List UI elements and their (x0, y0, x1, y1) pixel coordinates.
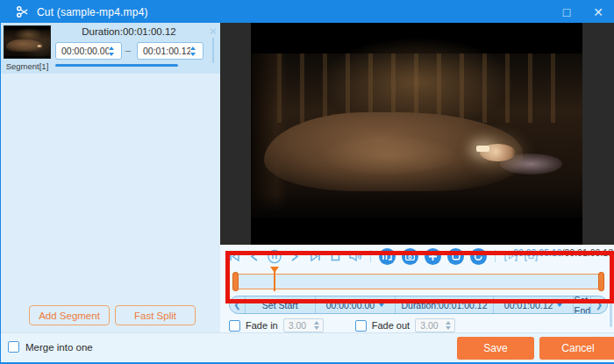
next-segment-arrow[interactable]: ❯ (591, 296, 607, 313)
trim-start-handle[interactable] (232, 272, 239, 291)
playhead-marker[interactable] (269, 267, 280, 293)
add-segment-button[interactable]: Add Segment (29, 305, 110, 325)
pause-icon[interactable] (268, 249, 282, 263)
stop-icon[interactable] (328, 249, 342, 263)
trim-settings-row: ❮ Set Start 00:00:00.00 Duration:00:01:0… (229, 296, 608, 314)
set-end-button[interactable]: Set End (574, 296, 591, 313)
close-button[interactable]: ✕ (587, 3, 610, 22)
merge-into-one-checkbox[interactable] (8, 341, 19, 353)
video-still-image (251, 54, 582, 218)
window-title: Cut (sample-mp4.mp4) (37, 6, 148, 18)
segment-item[interactable]: Segment[1] Duration:00:01:00.12 – (1, 23, 220, 74)
total-time: /00:01:00.13 (562, 247, 613, 258)
timeline[interactable] (232, 270, 604, 293)
volume-icon[interactable] (348, 249, 362, 263)
fast-split-button[interactable]: Fast Split (115, 305, 196, 325)
cancel-button[interactable]: Cancel (539, 337, 614, 360)
video-preview-area (220, 23, 614, 245)
trim-duration-label: Duration:00:01:00.12 (396, 296, 494, 313)
jump-to-start-icon[interactable] (227, 249, 241, 263)
reset-icon[interactable] (470, 248, 487, 265)
prev-segment-arrow[interactable]: ❮ (230, 296, 246, 313)
trim-end-handle[interactable] (598, 272, 604, 291)
trim-end-value[interactable]: 00:01:00.12 (494, 296, 575, 313)
fade-in-label: Fade in (246, 320, 278, 331)
move-segment-down-icon[interactable] (207, 52, 219, 62)
segment-label: Segment[1] (1, 61, 54, 71)
segment-thumbnail[interactable] (4, 25, 51, 59)
next-frame-icon[interactable] (288, 249, 302, 263)
fade-in-spinner[interactable] (312, 321, 321, 330)
segment-progress-bar (55, 64, 178, 67)
title-bar: Cut (sample-mp4.mp4) □ ✕ (1, 1, 614, 23)
segment-duration-label: Duration:00:01:00.12 (55, 26, 203, 37)
crop-icon[interactable] (447, 248, 464, 265)
scissors-icon (15, 5, 29, 19)
set-start-button[interactable]: Set Start (246, 296, 316, 313)
time-display: 00:00:05.16/00:01:00.13 (513, 247, 613, 258)
split-segment-icon[interactable] (379, 248, 396, 265)
cut-dialog-window: Cut (sample-mp4.mp4) □ ✕ Segment[1] Dura… (0, 0, 614, 364)
jump-to-end-icon[interactable] (308, 249, 322, 263)
video-frame (251, 23, 582, 245)
snapshot-icon[interactable] (402, 248, 418, 265)
segment-start-spinner[interactable] (106, 44, 116, 58)
current-time: 00:00:05.16 (513, 247, 561, 258)
segment-end-spinner[interactable] (188, 44, 197, 58)
segment-list-panel: Segment[1] Duration:00:01:00.12 – ✕ Add … (1, 23, 220, 332)
maximize-button[interactable]: □ (555, 3, 578, 22)
merge-into-one-label: Merge into one (25, 342, 93, 353)
previous-frame-icon[interactable] (247, 249, 261, 263)
timeline-track[interactable] (236, 274, 601, 289)
footer-bar: Merge into one Save Cancel (1, 332, 614, 362)
divider (370, 250, 371, 262)
scrollbar[interactable] (610, 264, 612, 327)
divider (495, 250, 496, 262)
playback-controls-section: 00:00:05.16/00:01:00.13 ❮ Set Start 00:0… (220, 245, 614, 332)
add-segment-icon[interactable] (425, 248, 441, 265)
trim-start-value[interactable]: 00:00:00.00 (316, 296, 396, 313)
range-separator: – (125, 45, 131, 55)
delete-segment-icon[interactable]: ✕ (207, 26, 219, 37)
fade-in-checkbox[interactable] (229, 320, 240, 332)
fade-out-checkbox[interactable] (355, 320, 367, 332)
fade-out-spinner[interactable] (444, 321, 453, 330)
fade-options-row: Fade in Fade out (229, 318, 608, 332)
save-button[interactable]: Save (457, 337, 534, 360)
fade-out-label: Fade out (372, 320, 410, 331)
